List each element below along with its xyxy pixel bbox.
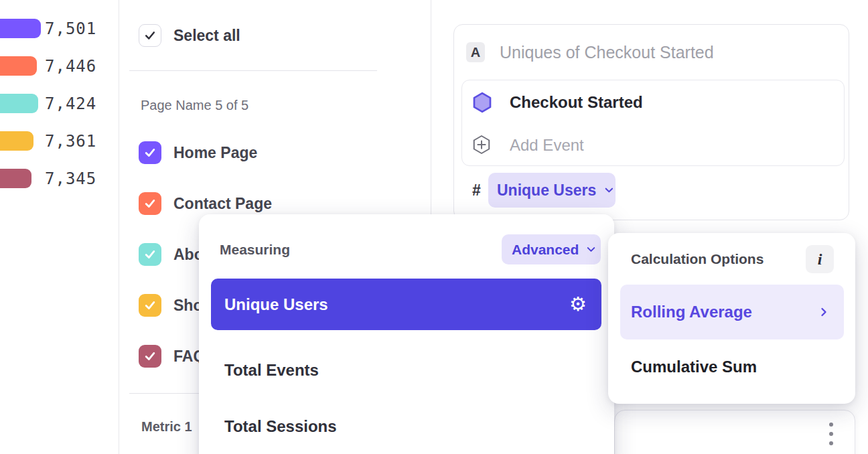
kebab-dot xyxy=(829,432,833,436)
check-icon xyxy=(143,299,157,312)
menu-option-unique-users[interactable]: Unique Users ⚙ xyxy=(211,279,601,330)
series-checkbox-home[interactable] xyxy=(139,141,161,164)
group-by-label: Page Name 5 of 5 xyxy=(141,98,248,113)
event-hexagon-icon xyxy=(472,92,493,113)
measuring-menu: Measuring Advanced Unique Users ⚙ Total … xyxy=(199,214,614,454)
chevron-right-icon xyxy=(817,305,830,319)
event-name[interactable]: Checkout Started xyxy=(510,93,643,112)
add-event-icon[interactable] xyxy=(472,135,492,155)
kebab-dot xyxy=(829,441,833,445)
chevron-down-icon xyxy=(603,183,616,197)
bar-value: 7,361 xyxy=(45,131,96,151)
metric-label: Metric 1 xyxy=(141,419,192,435)
select-all-label: Select all xyxy=(173,24,240,47)
bar-value: 7,424 xyxy=(45,94,96,113)
menu-option-cumulative-sum[interactable]: Cumulative Sum xyxy=(631,358,757,376)
bar-value: 7,345 xyxy=(45,169,96,188)
chevron-down-icon xyxy=(585,243,597,256)
next-metric-card xyxy=(614,410,855,454)
series-checkbox-shop[interactable] xyxy=(139,294,161,317)
chart-bar xyxy=(0,131,33,151)
select-all-checkbox[interactable] xyxy=(139,24,161,47)
bar-value: 7,501 xyxy=(45,19,96,38)
series-label: Contact Page xyxy=(173,192,272,215)
add-event-label[interactable]: Add Event xyxy=(510,136,584,155)
advanced-dropdown[interactable]: Advanced xyxy=(502,234,601,264)
series-checkbox-about[interactable] xyxy=(139,243,161,266)
measurement-value: Unique Users xyxy=(497,181,596,200)
calculation-options-title: Calculation Options xyxy=(631,251,764,267)
advanced-label: Advanced xyxy=(512,242,579,258)
kebab-dot xyxy=(829,423,833,427)
series-badge: A xyxy=(466,42,485,62)
menu-option-label: Rolling Average xyxy=(631,303,752,321)
chart-bar xyxy=(0,56,37,76)
chart-bar xyxy=(0,19,41,38)
bar-value: 7,446 xyxy=(45,56,96,76)
section-divider xyxy=(129,70,377,71)
chart-bar xyxy=(0,94,38,113)
series-checkbox-contact[interactable] xyxy=(139,192,161,215)
settings-gear-icon[interactable]: ⚙ xyxy=(569,295,587,314)
menu-option-total-sessions[interactable]: Total Sessions xyxy=(224,417,337,436)
query-title-input[interactable]: Uniques of Checkout Started xyxy=(500,43,714,62)
series-checkbox-faq[interactable] xyxy=(139,345,161,368)
event-list-card: Checkout Started Add Event xyxy=(461,80,845,166)
panel-divider-left xyxy=(119,0,119,454)
query-builder-card: A Uniques of Checkout Started Checkout S… xyxy=(453,24,849,220)
measurement-symbol: # xyxy=(472,181,481,200)
analytics-app: 7,501 7,446 7,424 7,361 7,345 Select all… xyxy=(0,0,868,454)
check-icon xyxy=(143,146,157,159)
more-options-button[interactable] xyxy=(829,423,833,445)
info-icon[interactable]: i xyxy=(806,245,834,273)
calculation-options-menu: Calculation Options i Rolling Average Cu… xyxy=(608,233,855,404)
measuring-menu-title: Measuring xyxy=(220,242,290,258)
measurement-dropdown[interactable]: Unique Users xyxy=(488,173,616,208)
series-label: Home Page xyxy=(173,141,257,164)
check-icon xyxy=(143,350,157,363)
check-icon xyxy=(143,29,157,42)
menu-option-label: Unique Users xyxy=(224,295,328,314)
menu-option-total-events[interactable]: Total Events xyxy=(224,361,319,380)
check-icon xyxy=(143,248,157,261)
menu-option-rolling-average[interactable]: Rolling Average xyxy=(620,285,844,339)
check-icon xyxy=(143,197,157,210)
chart-bar xyxy=(0,169,31,188)
